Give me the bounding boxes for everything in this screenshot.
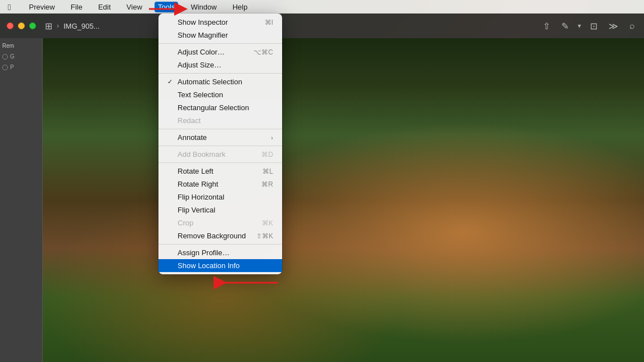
search-icon[interactable]: ⌕	[627, 19, 637, 33]
option-p-label: P	[10, 64, 14, 70]
menu-crop: Crop ⌘K	[158, 216, 282, 229]
left-sidebar: Rem G P	[0, 38, 43, 362]
menu-flip-vertical[interactable]: Flip Vertical	[158, 203, 282, 216]
apple-menu[interactable]: 	[4, 1, 14, 13]
menu-annotate[interactable]: Annotate ›	[158, 131, 282, 144]
close-button[interactable]	[7, 22, 13, 29]
menu-rectangular-selection[interactable]: Rectangular Selection	[158, 101, 282, 114]
remove-bg-option-1[interactable]: G	[2, 53, 40, 60]
main-content	[43, 38, 644, 362]
separator-4	[158, 146, 282, 146]
title-chevron: ›	[57, 22, 59, 30]
crop-icon[interactable]: ⊡	[588, 19, 600, 34]
menu-show-magnifier[interactable]: Show Magnifier	[158, 29, 282, 42]
menu-adjust-size[interactable]: Adjust Size…	[158, 58, 282, 71]
menubar-view[interactable]: View	[123, 2, 146, 12]
menu-automatic-selection[interactable]: ✓ Automatic Selection	[158, 75, 282, 88]
menu-flip-horizontal[interactable]: Flip Horizontal	[158, 191, 282, 203]
toolbar-right: ⇧ ✎ ▾ ⊡ ≫ ⌕	[541, 19, 637, 34]
photo-background	[43, 38, 644, 362]
separator-6	[158, 244, 282, 245]
fullscreen-button[interactable]	[29, 22, 36, 29]
menubar-window[interactable]: Window	[187, 2, 220, 12]
menu-assign-profile[interactable]: Assign Profile…	[158, 246, 282, 259]
menu-rotate-right[interactable]: Rotate Right ⌘R	[158, 178, 282, 191]
titlebar: ⊞ › IMG_905... ⇧ ✎ ▾ ⊡ ≫ ⌕	[0, 13, 644, 38]
menu-show-inspector[interactable]: Show Inspector ⌘I	[158, 16, 282, 29]
tools-dropdown-menu: Show Inspector ⌘I Show Magnifier Adjust …	[158, 13, 282, 274]
remove-bg-title: Rem	[0, 38, 42, 51]
menu-remove-background[interactable]: Remove Background ⇧⌘K	[158, 229, 282, 242]
menubar-preview[interactable]: Preview	[25, 2, 58, 12]
remove-bg-option-2[interactable]: P	[2, 64, 40, 70]
menubar-tools[interactable]: Tools	[155, 2, 178, 12]
minimize-button[interactable]	[18, 22, 25, 29]
window-title: IMG_905...	[64, 22, 99, 30]
separator-2	[158, 73, 282, 74]
share-icon[interactable]: ⇧	[541, 19, 552, 34]
submenu-arrow: ›	[271, 134, 273, 141]
menubar-edit[interactable]: Edit	[95, 2, 114, 12]
title-area: ⊞ › IMG_905...	[45, 21, 99, 31]
menubar-file[interactable]: File	[67, 2, 86, 12]
menu-add-bookmark: Add Bookmark ⌘D	[158, 148, 282, 161]
option-g-label: G	[10, 53, 15, 60]
menubar:  Preview File Edit View Tools Window He…	[0, 0, 644, 13]
traffic-lights	[7, 22, 36, 29]
radio-p[interactable]	[2, 65, 8, 70]
separator-3	[158, 129, 282, 129]
menu-text-selection[interactable]: Text Selection	[158, 88, 282, 101]
menu-redact: Redact	[158, 114, 282, 127]
remove-bg-options: G P	[0, 51, 42, 73]
view-mode-icon[interactable]: ⊞	[45, 21, 52, 31]
markup-icon[interactable]: ✎	[559, 19, 571, 34]
menu-show-location-info[interactable]: Show Location Info	[158, 259, 282, 272]
more-icon[interactable]: ≫	[606, 19, 620, 34]
menubar-help[interactable]: Help	[229, 2, 251, 12]
menu-rotate-left[interactable]: Rotate Left ⌘L	[158, 165, 282, 178]
radio-g[interactable]	[2, 54, 8, 60]
separator-1	[158, 43, 282, 44]
markup-chevron[interactable]: ▾	[578, 22, 581, 30]
menu-adjust-color[interactable]: Adjust Color… ⌥⌘C	[158, 46, 282, 58]
separator-5	[158, 162, 282, 163]
